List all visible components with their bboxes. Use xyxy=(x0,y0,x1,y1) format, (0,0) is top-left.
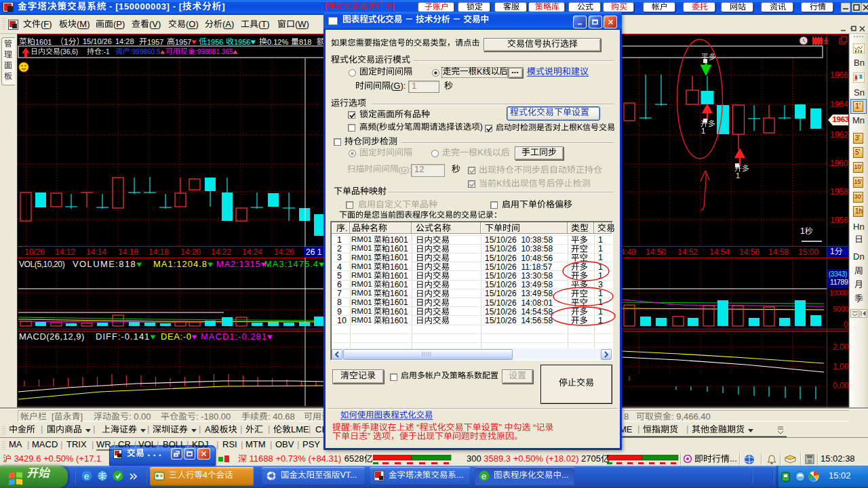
svg-text:e: e xyxy=(481,471,486,481)
svg-text:e: e xyxy=(84,471,89,481)
